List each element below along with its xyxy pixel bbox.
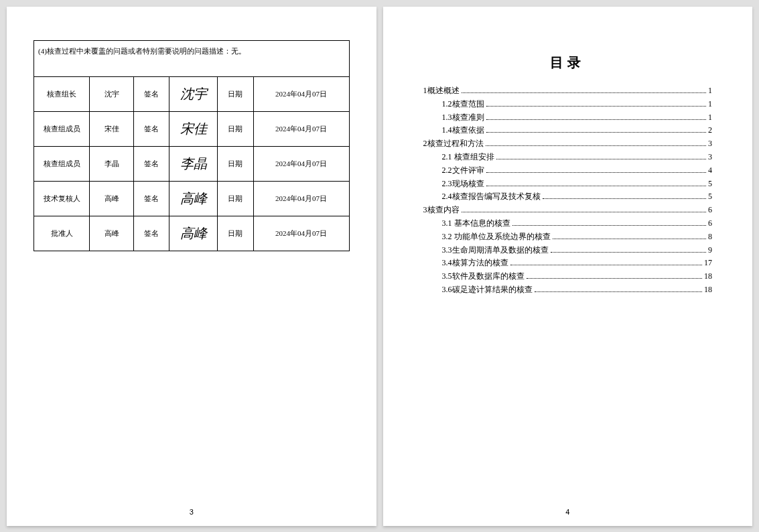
date-label-cell: 日期 <box>217 216 253 251</box>
toc-entry-label: 3.3生命周期清单及数据的核查 <box>442 245 549 256</box>
toc-entry: 2.1 核查组安排3 <box>442 151 713 163</box>
signature-cell: 沈宇 <box>169 77 217 112</box>
toc-entry-page: 8 <box>708 231 712 243</box>
toc-entry: 1.3核查准则1 <box>442 112 713 123</box>
toc-entry: 3.3生命周期清单及数据的核查9 <box>442 245 713 256</box>
toc-entry: 3.2 功能单位及系统边界的核查8 <box>442 231 713 243</box>
toc-leader-dots <box>462 212 707 212</box>
date-label-cell: 日期 <box>217 112 253 147</box>
toc-entry-page: 3 <box>708 151 712 163</box>
table-row: 技术复核人高峰签名高峰日期2024年04月07日 <box>34 182 350 216</box>
date-label-cell: 日期 <box>217 77 253 112</box>
toc-entry-page: 18 <box>704 284 712 295</box>
toc-leader-dots <box>510 265 703 265</box>
toc-entry: 1.2核查范围1 <box>442 98 713 110</box>
toc-entry-label: 1概述概述 <box>423 85 460 96</box>
signature-cell: 高峰 <box>169 182 217 216</box>
toc-entry: 3.6碳足迹计算结果的核查18 <box>442 284 713 295</box>
toc-entry-label: 3核查内容 <box>423 204 460 216</box>
toc-entry: 2.2文件评审4 <box>442 165 713 176</box>
role-cell: 技术复核人 <box>34 182 90 216</box>
toc-entry-page: 1 <box>708 85 712 96</box>
toc-leader-dots <box>496 159 707 159</box>
toc-entry-label: 2.3现场核查 <box>442 178 484 190</box>
name-cell: 沈宇 <box>90 77 134 112</box>
toc-entry-label: 2.4核查报告编写及技术复核 <box>442 191 541 202</box>
role-cell: 批准人 <box>34 216 90 251</box>
toc-entry-page: 1 <box>708 112 712 123</box>
name-cell: 高峰 <box>90 216 134 251</box>
toc-entry-label: 3.1 基本信息的核查 <box>442 218 510 229</box>
toc-entry-label: 3.4核算方法的核查 <box>442 257 508 269</box>
sig-label-cell: 签名 <box>133 216 169 251</box>
toc-entry: 3.5软件及数据库的核查18 <box>442 271 713 282</box>
toc-leader-dots <box>551 252 707 253</box>
name-cell: 高峰 <box>90 182 134 216</box>
toc-entry-page: 17 <box>704 257 712 269</box>
toc-leader-dots <box>486 106 707 107</box>
date-label-cell: 日期 <box>217 147 253 182</box>
page-3: (4)核查过程中未覆盖的问题或者特别需要说明的问题描述：无。 核查组长沈宇签名沈… <box>7 7 376 526</box>
table-row: 批准人高峰签名高峰日期2024年04月07日 <box>34 216 350 251</box>
toc-leader-dots <box>486 119 707 120</box>
toc-entry-label: 2.2文件评审 <box>442 165 484 176</box>
page-4: 目录 1概述概述11.2核查范围11.3核查准则11.4核查依据22核查过程和方… <box>383 7 753 526</box>
signature-cell: 宋佳 <box>169 112 217 147</box>
toc-entry: 3核查内容6 <box>423 204 713 216</box>
table-row: 核查组成员宋佳签名宋佳日期2024年04月07日 <box>34 112 350 147</box>
toc-entry-label: 3.6碳足迹计算结果的核查 <box>442 284 533 295</box>
toc-entry-page: 6 <box>708 218 712 229</box>
date-cell: 2024年04月07日 <box>253 147 349 182</box>
toc-entry: 3.1 基本信息的核查6 <box>442 218 713 229</box>
sig-label-cell: 签名 <box>133 112 169 147</box>
toc-leader-dots <box>486 132 707 133</box>
date-cell: 2024年04月07日 <box>253 182 349 216</box>
toc-entry-page: 18 <box>704 271 712 282</box>
page-number: 4 <box>565 508 569 516</box>
page-number: 3 <box>190 508 194 516</box>
toc-entry-page: 3 <box>708 138 712 149</box>
toc-entry-page: 2 <box>708 125 712 136</box>
toc-entry-page: 5 <box>708 178 712 190</box>
signature-cell: 李晶 <box>169 147 217 182</box>
signature-cell: 高峰 <box>169 216 217 251</box>
toc-entry-label: 1.3核查准则 <box>442 112 484 123</box>
toc-leader-dots <box>512 225 707 226</box>
role-cell: 核查组长 <box>34 77 90 112</box>
toc-leader-dots <box>462 92 707 93</box>
toc-leader-dots <box>486 145 707 146</box>
toc-entry-label: 3.5软件及数据库的核查 <box>442 271 525 282</box>
toc-entry-page: 1 <box>708 98 712 110</box>
role-cell: 核查组成员 <box>34 112 90 147</box>
sig-label-cell: 签名 <box>133 182 169 216</box>
sig-label-cell: 签名 <box>133 77 169 112</box>
toc-entry-page: 6 <box>708 204 712 216</box>
toc-entry: 2.4核查报告编写及技术复核5 <box>442 191 713 202</box>
issue-description-note: (4)核查过程中未覆盖的问题或者特别需要说明的问题描述：无。 <box>33 40 350 76</box>
date-cell: 2024年04月07日 <box>253 77 349 112</box>
table-of-contents: 1概述概述11.2核查范围11.3核查准则11.4核查依据22核查过程和方法32… <box>410 85 726 295</box>
date-label-cell: 日期 <box>217 182 253 216</box>
name-cell: 宋佳 <box>90 112 134 147</box>
toc-entry: 1.4核查依据2 <box>442 125 713 136</box>
toc-leader-dots <box>527 278 703 279</box>
toc-leader-dots <box>543 198 707 199</box>
toc-title: 目录 <box>410 54 726 72</box>
toc-leader-dots <box>535 291 703 292</box>
toc-entry-label: 1.2核查范围 <box>442 98 484 110</box>
role-cell: 核查组成员 <box>34 147 90 182</box>
toc-entry-label: 2.1 核查组安排 <box>442 151 494 163</box>
toc-entry-label: 3.2 功能单位及系统边界的核查 <box>442 231 551 243</box>
toc-entry: 3.4核算方法的核查17 <box>442 257 713 269</box>
table-row: 核查组成员李晶签名李晶日期2024年04月07日 <box>34 147 350 182</box>
toc-entry-page: 5 <box>708 191 712 202</box>
toc-leader-dots <box>553 239 707 239</box>
toc-leader-dots <box>486 172 707 173</box>
toc-entry: 2核查过程和方法3 <box>423 138 713 149</box>
toc-entry-label: 2核查过程和方法 <box>423 138 484 149</box>
sig-label-cell: 签名 <box>133 147 169 182</box>
toc-entry-label: 1.4核查依据 <box>442 125 484 136</box>
table-row: 核查组长沈宇签名沈宇日期2024年04月07日 <box>34 77 350 112</box>
date-cell: 2024年04月07日 <box>253 112 349 147</box>
toc-leader-dots <box>486 186 707 186</box>
